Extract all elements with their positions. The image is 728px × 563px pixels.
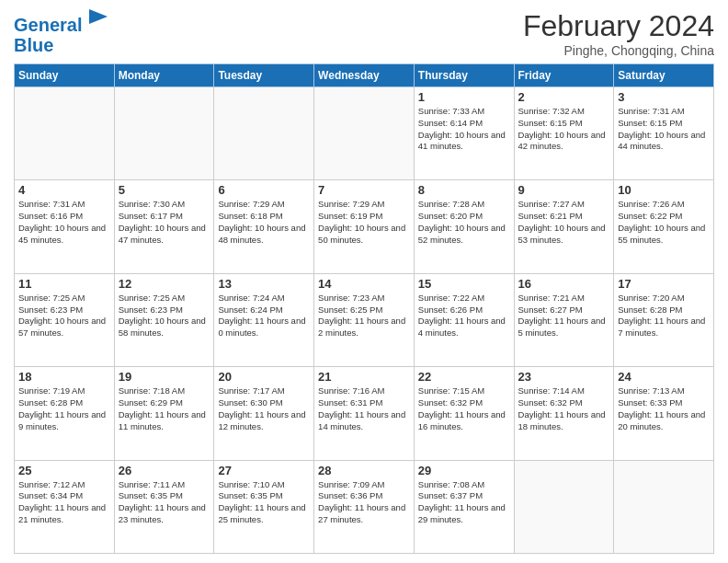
day-number: 18: [18, 370, 110, 384]
calendar-cell: [15, 87, 115, 180]
calendar-cell: [314, 87, 415, 180]
week-row-0: 1Sunrise: 7:33 AM Sunset: 6:14 PM Daylig…: [15, 87, 714, 180]
calendar-cell: 5Sunrise: 7:30 AM Sunset: 6:17 PM Daylig…: [114, 180, 214, 273]
day-number: 24: [618, 370, 710, 384]
day-info: Sunrise: 7:11 AM Sunset: 6:35 PM Dayligh…: [119, 479, 210, 526]
calendar-cell: 11Sunrise: 7:25 AM Sunset: 6:23 PM Dayli…: [15, 273, 115, 366]
day-header-saturday: Saturday: [614, 64, 714, 87]
day-info: Sunrise: 7:25 AM Sunset: 6:23 PM Dayligh…: [18, 293, 110, 339]
day-info: Sunrise: 7:13 AM Sunset: 6:33 PM Dayligh…: [618, 385, 710, 432]
calendar-cell: 7Sunrise: 7:29 AM Sunset: 6:19 PM Daylig…: [314, 180, 415, 273]
day-number: 7: [318, 183, 410, 197]
calendar-cell: 16Sunrise: 7:21 AM Sunset: 6:27 PM Dayli…: [514, 273, 614, 366]
calendar-cell: 20Sunrise: 7:17 AM Sunset: 6:30 PM Dayli…: [214, 367, 314, 460]
day-number: 9: [518, 183, 610, 197]
day-header-tuesday: Tuesday: [214, 64, 314, 87]
day-header-monday: Monday: [114, 64, 214, 87]
calendar-cell: 21Sunrise: 7:16 AM Sunset: 6:31 PM Dayli…: [314, 367, 415, 460]
day-number: 4: [18, 183, 110, 197]
calendar-cell: 19Sunrise: 7:18 AM Sunset: 6:29 PM Dayli…: [114, 367, 214, 460]
day-number: 22: [418, 370, 510, 384]
day-number: 2: [518, 90, 610, 104]
header-row: SundayMondayTuesdayWednesdayThursdayFrid…: [15, 64, 714, 87]
day-info: Sunrise: 7:08 AM Sunset: 6:37 PM Dayligh…: [418, 479, 510, 526]
day-info: Sunrise: 7:32 AM Sunset: 6:15 PM Dayligh…: [518, 106, 610, 153]
day-header-friday: Friday: [514, 64, 614, 87]
subtitle: Pinghe, Chongqing, China: [523, 43, 714, 58]
calendar-cell: 6Sunrise: 7:29 AM Sunset: 6:18 PM Daylig…: [214, 180, 314, 273]
day-header-thursday: Thursday: [414, 64, 514, 87]
day-number: 13: [218, 277, 310, 291]
day-number: 29: [418, 464, 510, 477]
day-number: 16: [518, 277, 610, 291]
day-number: 8: [418, 183, 510, 197]
day-number: 27: [218, 464, 310, 477]
calendar-cell: 1Sunrise: 7:33 AM Sunset: 6:14 PM Daylig…: [414, 87, 514, 180]
day-info: Sunrise: 7:10 AM Sunset: 6:35 PM Dayligh…: [218, 479, 310, 526]
calendar-cell: 22Sunrise: 7:15 AM Sunset: 6:32 PM Dayli…: [414, 367, 514, 460]
day-number: 23: [518, 370, 610, 384]
day-info: Sunrise: 7:12 AM Sunset: 6:34 PM Dayligh…: [18, 479, 110, 526]
day-header-wednesday: Wednesday: [314, 64, 415, 87]
logo-icon: [89, 9, 108, 31]
day-info: Sunrise: 7:29 AM Sunset: 6:18 PM Dayligh…: [218, 199, 310, 246]
calendar-cell: [114, 87, 214, 180]
day-info: Sunrise: 7:23 AM Sunset: 6:25 PM Dayligh…: [318, 293, 410, 339]
calendar-cell: 17Sunrise: 7:20 AM Sunset: 6:28 PM Dayli…: [614, 273, 714, 366]
logo-general: General: [14, 15, 82, 35]
logo-text: General: [14, 9, 108, 35]
day-number: 21: [318, 370, 410, 384]
day-info: Sunrise: 7:18 AM Sunset: 6:29 PM Dayligh…: [119, 385, 210, 432]
day-info: Sunrise: 7:31 AM Sunset: 6:15 PM Dayligh…: [618, 106, 710, 153]
calendar-cell: 13Sunrise: 7:24 AM Sunset: 6:24 PM Dayli…: [214, 273, 314, 366]
title-block: February 2024 Pinghe, Chongqing, China: [523, 9, 714, 58]
day-number: 19: [119, 370, 210, 384]
calendar-cell: 25Sunrise: 7:12 AM Sunset: 6:34 PM Dayli…: [15, 460, 115, 553]
calendar-cell: 29Sunrise: 7:08 AM Sunset: 6:37 PM Dayli…: [414, 460, 514, 553]
day-info: Sunrise: 7:15 AM Sunset: 6:32 PM Dayligh…: [418, 385, 510, 432]
day-info: Sunrise: 7:20 AM Sunset: 6:28 PM Dayligh…: [618, 293, 710, 339]
day-number: 1: [418, 90, 510, 104]
calendar-cell: 4Sunrise: 7:31 AM Sunset: 6:16 PM Daylig…: [15, 180, 115, 273]
calendar-cell: 27Sunrise: 7:10 AM Sunset: 6:35 PM Dayli…: [214, 460, 314, 553]
day-info: Sunrise: 7:24 AM Sunset: 6:24 PM Dayligh…: [218, 293, 310, 339]
day-number: 20: [218, 370, 310, 384]
day-info: Sunrise: 7:14 AM Sunset: 6:32 PM Dayligh…: [518, 385, 610, 432]
day-number: 5: [119, 183, 210, 197]
day-number: 10: [618, 183, 710, 197]
week-row-1: 4Sunrise: 7:31 AM Sunset: 6:16 PM Daylig…: [15, 180, 714, 273]
week-row-3: 18Sunrise: 7:19 AM Sunset: 6:28 PM Dayli…: [15, 367, 714, 460]
main-title: February 2024: [523, 9, 714, 43]
page: General Blue February 2024 Pinghe, Chong…: [0, 0, 728, 563]
calendar-cell: 26Sunrise: 7:11 AM Sunset: 6:35 PM Dayli…: [114, 460, 214, 553]
calendar-cell: 18Sunrise: 7:19 AM Sunset: 6:28 PM Dayli…: [15, 367, 115, 460]
calendar-cell: 14Sunrise: 7:23 AM Sunset: 6:25 PM Dayli…: [314, 273, 415, 366]
calendar-cell: 24Sunrise: 7:13 AM Sunset: 6:33 PM Dayli…: [614, 367, 714, 460]
calendar-header: SundayMondayTuesdayWednesdayThursdayFrid…: [15, 64, 714, 87]
day-info: Sunrise: 7:28 AM Sunset: 6:20 PM Dayligh…: [418, 199, 510, 246]
calendar-cell: 15Sunrise: 7:22 AM Sunset: 6:26 PM Dayli…: [414, 273, 514, 366]
day-info: Sunrise: 7:17 AM Sunset: 6:30 PM Dayligh…: [218, 385, 310, 432]
calendar-cell: 28Sunrise: 7:09 AM Sunset: 6:36 PM Dayli…: [314, 460, 415, 553]
day-info: Sunrise: 7:16 AM Sunset: 6:31 PM Dayligh…: [318, 385, 410, 432]
day-number: 15: [418, 277, 510, 291]
calendar-cell: 3Sunrise: 7:31 AM Sunset: 6:15 PM Daylig…: [614, 87, 714, 180]
day-header-sunday: Sunday: [15, 64, 115, 87]
header: General Blue February 2024 Pinghe, Chong…: [14, 9, 714, 58]
day-info: Sunrise: 7:25 AM Sunset: 6:23 PM Dayligh…: [119, 293, 210, 339]
logo: General Blue: [14, 9, 108, 55]
day-number: 17: [618, 277, 710, 291]
day-number: 3: [618, 90, 710, 104]
calendar-cell: 2Sunrise: 7:32 AM Sunset: 6:15 PM Daylig…: [514, 87, 614, 180]
calendar-table: SundayMondayTuesdayWednesdayThursdayFrid…: [14, 63, 714, 554]
day-number: 14: [318, 277, 410, 291]
day-number: 28: [318, 464, 410, 477]
day-info: Sunrise: 7:31 AM Sunset: 6:16 PM Dayligh…: [18, 199, 110, 246]
day-info: Sunrise: 7:30 AM Sunset: 6:17 PM Dayligh…: [119, 199, 210, 246]
day-number: 12: [119, 277, 210, 291]
day-info: Sunrise: 7:21 AM Sunset: 6:27 PM Dayligh…: [518, 293, 610, 339]
day-number: 11: [18, 277, 110, 291]
calendar-cell: 23Sunrise: 7:14 AM Sunset: 6:32 PM Dayli…: [514, 367, 614, 460]
calendar-cell: [514, 460, 614, 553]
week-row-4: 25Sunrise: 7:12 AM Sunset: 6:34 PM Dayli…: [15, 460, 714, 553]
